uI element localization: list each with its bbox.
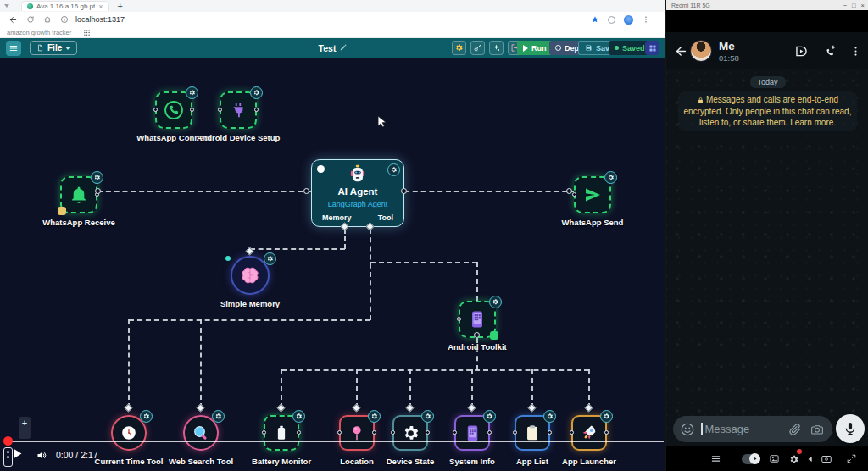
bookmark-star-icon[interactable] [591, 15, 599, 24]
node-settings-icon[interactable] [140, 410, 153, 423]
emoji-icon[interactable] [680, 422, 695, 437]
site-info-icon[interactable] [60, 15, 69, 24]
maximize-button[interactable]: □ [852, 2, 856, 9]
settings-button[interactable] [452, 41, 466, 55]
rename-pencil-icon[interactable] [339, 44, 347, 52]
node-label: Device State [387, 457, 435, 466]
node-settings-icon[interactable] [186, 86, 198, 99]
node-simple-memory[interactable]: Simple Memory [231, 256, 270, 295]
card-icon[interactable] [821, 453, 832, 465]
node-settings-icon[interactable] [368, 410, 381, 423]
node-app-launcher[interactable]: App Launcher [571, 415, 607, 451]
video-play-button[interactable] [10, 446, 25, 461]
workflow-canvas[interactable]: WhatsApp Connect Android Device Setup Wh… [0, 58, 665, 471]
connection-line [97, 191, 311, 192]
connection-line [281, 369, 282, 408]
node-settings-icon[interactable] [91, 171, 103, 184]
panel-grid-button[interactable] [645, 41, 659, 55]
sidebar-menu-button[interactable] [6, 41, 21, 56]
credentials-button[interactable] [470, 41, 485, 55]
back-icon[interactable] [8, 15, 18, 25]
node-android-device-setup[interactable]: Android Device Setup [220, 91, 257, 129]
node-location[interactable]: Location [339, 415, 375, 451]
canvas-zoom-in-button[interactable]: + [19, 417, 31, 439]
phone-window-titlebar[interactable]: Redmi 11R 5G − □ × [666, 0, 868, 10]
node-settings-icon[interactable] [387, 163, 400, 176]
node-settings-icon[interactable] [264, 252, 276, 265]
connection-line [281, 369, 589, 371]
node-whatsapp-receive[interactable]: WhatsApp Receive [60, 176, 97, 213]
voice-record-button[interactable] [836, 414, 865, 443]
node-settings-icon[interactable] [292, 410, 305, 423]
message-input[interactable] [705, 423, 789, 435]
input-port [337, 430, 342, 435]
node-ai-agent[interactable]: AI Agent LangGraph Agent Memory Tool [311, 159, 404, 227]
connection-line [531, 369, 533, 408]
node-whatsapp-connect[interactable]: WhatsApp Connect [155, 91, 192, 129]
browser-menu-icon[interactable] [642, 15, 650, 24]
back-triangle-icon[interactable] [806, 455, 815, 463]
assistant-button[interactable] [489, 41, 504, 55]
mirror-settings[interactable] [788, 452, 799, 467]
message-input-bar[interactable] [673, 416, 832, 442]
video-progress-bar[interactable] [7, 441, 664, 442]
home-icon[interactable] [43, 15, 52, 24]
node-settings-icon[interactable] [250, 86, 263, 99]
screenshot-icon[interactable] [769, 453, 780, 464]
run-button[interactable]: Run [517, 41, 553, 55]
new-tab-button[interactable]: + [118, 1, 123, 11]
voice-call-icon[interactable] [821, 43, 837, 59]
node-settings-icon[interactable] [604, 171, 617, 184]
node-device-state[interactable]: Device State [392, 415, 428, 451]
node-settings-icon[interactable] [212, 410, 225, 423]
minimize-button[interactable]: − [843, 2, 847, 9]
node-whatsapp-send[interactable]: WhatsApp Send [574, 176, 611, 213]
fullscreen-icon[interactable] [846, 453, 857, 464]
node-app-list[interactable]: App List [515, 415, 550, 451]
chat-message-area[interactable]: Today Messages and calls are end-to-end … [666, 69, 868, 446]
file-menu-button[interactable]: File [30, 41, 77, 55]
input-port [513, 430, 517, 435]
status-dot [317, 165, 325, 173]
input-port [391, 430, 395, 435]
node-settings-icon[interactable] [489, 296, 502, 308]
browser-profile-avatar[interactable] [624, 15, 633, 25]
recent-apps-icon[interactable] [710, 453, 721, 464]
node-current-time-tool[interactable]: Current Time Tool [111, 415, 147, 451]
extension-icon[interactable] [608, 16, 615, 24]
bookmark-item[interactable]: amazon growth tracker [7, 29, 71, 36]
workflow-title-text: Test [319, 43, 337, 53]
volume-icon[interactable] [36, 449, 48, 462]
node-battery-monitor[interactable]: Battery Monitor [264, 415, 299, 451]
screen-toggle[interactable] [742, 454, 760, 464]
tab-search-caret-icon[interactable] [4, 4, 9, 8]
node-settings-icon[interactable] [421, 410, 434, 423]
connector-diamond [277, 404, 286, 413]
address-bar-url[interactable]: localhost:1317 [75, 15, 125, 24]
node-settings-icon[interactable] [600, 410, 613, 423]
contact-name: Me [719, 40, 739, 53]
browser-tab[interactable]: Ava 1.16 a 16 gb pt × [21, 1, 109, 11]
contact-avatar[interactable] [690, 40, 712, 62]
tab-close-icon[interactable]: × [98, 3, 103, 10]
close-button[interactable]: × [861, 2, 865, 9]
video-playhead[interactable] [3, 436, 13, 446]
encryption-notice[interactable]: Messages and calls are end-to-end encryp… [678, 91, 857, 131]
connector-diamond [125, 404, 133, 413]
camera-icon[interactable] [810, 423, 824, 436]
attachment-icon[interactable] [788, 423, 802, 436]
refresh-icon[interactable] [26, 15, 35, 24]
video-call-icon[interactable] [793, 43, 810, 59]
more-options-icon[interactable] [849, 45, 862, 58]
node-system-info[interactable]: System Info [454, 415, 490, 451]
node-web-search-tool[interactable]: Web Search Tool [183, 415, 219, 451]
node-settings-icon[interactable] [543, 410, 556, 423]
node-label: App Launcher [562, 457, 616, 466]
toolbar-icon-group [452, 41, 522, 55]
warning-badge [58, 207, 66, 215]
contact-info[interactable]: Me 01:58 [719, 40, 739, 63]
node-label: Web Search Tool [169, 457, 233, 466]
apps-grid-icon[interactable] [83, 29, 91, 36]
back-arrow-icon[interactable] [674, 44, 688, 58]
node-settings-icon[interactable] [483, 410, 496, 423]
